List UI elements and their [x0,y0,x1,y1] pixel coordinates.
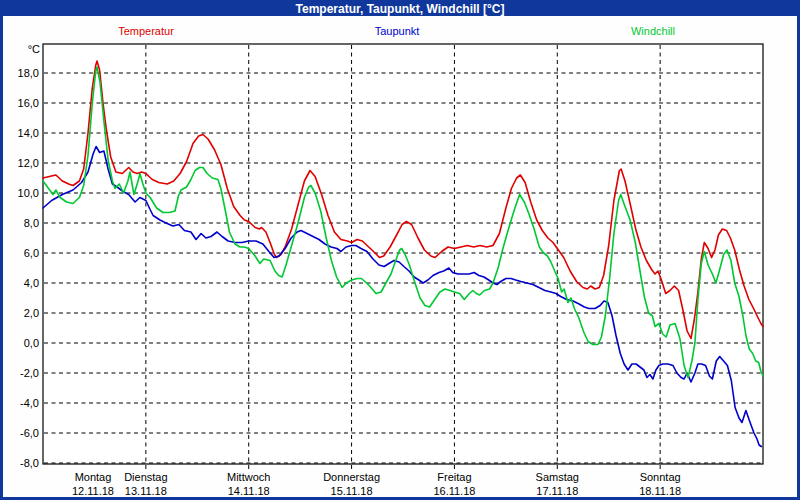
y-tick-label: 12,0 [18,157,39,169]
x-day-label: Donnerstag [323,471,380,483]
y-tick-label: 18,0 [18,67,39,79]
y-tick-label: 10,0 [18,187,39,199]
x-date-label: 15.11.18 [331,485,373,497]
y-tick-label: 16,0 [18,97,39,109]
y-tick-label: -6,0 [20,427,39,439]
y-tick-label: 0,0 [24,337,39,349]
x-day-label: Sonntag [640,471,681,483]
x-date-label: 18.11.18 [639,485,681,497]
y-tick-label: 14,0 [18,127,39,139]
y-tick-label: 8,0 [24,217,39,229]
y-tick-label: -4,0 [20,397,39,409]
chart-svg: 18,016,014,012,010,08,06,04,02,00,0-2,0-… [3,3,800,500]
x-day-label: Samstag [536,471,579,483]
x-day-label: Montag [75,471,112,483]
x-date-label: 17.11.18 [536,485,578,497]
y-tick-label: 4,0 [24,277,39,289]
x-day-label: Dienstag [124,471,167,483]
y-tick-label: 6,0 [24,247,39,259]
y-tick-label: 2,0 [24,307,39,319]
x-date-label: 16.11.18 [433,485,475,497]
x-date-label: 13.11.18 [125,485,167,497]
y-tick-label: -8,0 [20,457,39,469]
x-day-label: Freitag [437,471,471,483]
x-date-label: 14.11.18 [228,485,270,497]
x-day-label: Mittwoch [227,471,270,483]
weather-chart-window: Temperatur, Taupunkt, Windchill [°C] Tem… [0,0,800,500]
y-axis-unit-label: °C [28,43,40,55]
x-date-label: 12.11.18 [72,485,114,497]
y-tick-label: -2,0 [20,367,39,379]
plot-border [43,44,763,464]
